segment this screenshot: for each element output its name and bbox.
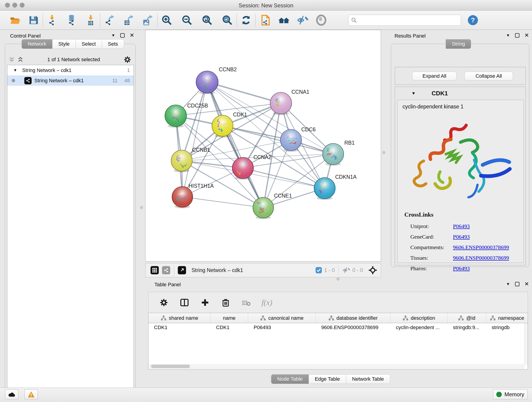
network-name-label: String Network – cdk1 [34, 78, 84, 84]
crosslink-link[interactable]: P06493 [453, 265, 470, 272]
network-collection-row[interactable]: ▼ String Network – cdk1 1 [7, 65, 133, 75]
network-node-cdkn1a[interactable]: CDKN1A [314, 174, 357, 200]
close-panel-icon[interactable]: ✕ [525, 32, 529, 38]
table-cell[interactable]: P06493 [248, 323, 316, 333]
network-canvas[interactable]: CCNB2CCNA1CDC25BCDK1CDC6RB1CCNB1CCNA2CDK… [145, 30, 381, 262]
column-header[interactable]: @id [447, 313, 486, 323]
network-view-icon[interactable] [162, 266, 170, 274]
zoom-fit-icon[interactable] [201, 14, 213, 26]
table-settings-gear-icon[interactable] [158, 297, 169, 308]
crosslink-link[interactable]: 9606.ENSP00000378699 [453, 255, 509, 261]
panel-menu-icon[interactable]: ▼ [111, 33, 115, 37]
crosslink-link[interactable]: P06493 [453, 234, 470, 240]
table-vertical-scrollbar[interactable] [524, 323, 528, 365]
export-table-icon[interactable] [123, 14, 135, 26]
tab-network[interactable]: Network [22, 39, 52, 49]
delete-table-icon[interactable] [241, 297, 252, 308]
help-icon[interactable]: ? [467, 14, 479, 26]
bottom-splitter-handle[interactable] [336, 278, 340, 281]
table-cell[interactable]: stringdb [486, 323, 528, 333]
export-network-icon[interactable] [104, 14, 115, 26]
delete-column-trash-icon[interactable] [220, 297, 231, 308]
export-image-icon[interactable] [142, 14, 154, 26]
close-panel-icon[interactable]: ✕ [130, 32, 134, 38]
column-header[interactable]: namespace [486, 313, 528, 323]
search-input[interactable] [348, 15, 461, 26]
table-cell[interactable]: stringdb:9... [447, 323, 486, 333]
home-icon[interactable] [278, 14, 290, 26]
entry-header[interactable]: ▼ CDK1 [395, 87, 526, 100]
save-session-icon[interactable] [27, 14, 39, 26]
birdseye-crosshair-icon[interactable] [368, 266, 377, 274]
hidden-eye-icon[interactable] [342, 267, 350, 274]
tab-style[interactable]: Style [52, 39, 76, 49]
network-edge[interactable] [207, 82, 263, 208]
node-label: CCNE1 [274, 193, 292, 199]
table-cell[interactable]: cyclin-dependent ... [390, 323, 447, 333]
left-splitter-handle[interactable] [140, 206, 143, 209]
scrollbar-thumb[interactable] [151, 365, 190, 368]
column-header[interactable]: name [210, 313, 248, 323]
share-document-icon[interactable] [259, 14, 271, 26]
float-panel-icon[interactable] [120, 33, 125, 38]
network-graph[interactable]: CCNB2CCNA1CDC25BCDK1CDC6RB1CCNB1CCNA2CDK… [146, 30, 381, 261]
detach-view-icon[interactable] [178, 266, 186, 274]
panel-menu-icon[interactable]: ▼ [506, 33, 510, 37]
crosslink-link[interactable]: 9606.ENSP00000378699 [453, 244, 509, 250]
preview-eye-icon[interactable] [315, 14, 327, 26]
column-header[interactable]: description [390, 313, 447, 323]
float-panel-icon[interactable] [515, 282, 519, 286]
show-columns-icon[interactable] [179, 297, 190, 308]
right-splitter-handle[interactable] [382, 151, 385, 154]
open-session-icon[interactable] [9, 14, 21, 26]
table-cell[interactable]: CDK1 [210, 323, 248, 333]
expand-all-button[interactable]: Expand All [412, 72, 457, 80]
import-network-database-icon[interactable] [65, 14, 77, 26]
float-panel-icon[interactable] [515, 33, 519, 38]
grid-view-icon[interactable] [151, 266, 159, 274]
warnings-button[interactable] [25, 389, 38, 399]
zoom-selected-icon[interactable] [221, 14, 233, 26]
table-cell[interactable]: 9606.ENSP00000378699 [316, 323, 390, 333]
import-network-file-icon[interactable] [46, 14, 58, 26]
expand-all-icon[interactable] [17, 56, 24, 63]
network-edge[interactable] [182, 197, 263, 208]
network-node-hist1h1a[interactable]: HIST1H1A [172, 183, 214, 208]
tab-sets[interactable]: Sets [102, 39, 124, 49]
network-node-cdk1[interactable]: CDK1 [212, 112, 247, 138]
entry-expand-icon[interactable]: ▼ [412, 91, 416, 96]
panel-menu-icon[interactable]: ▼ [506, 282, 510, 286]
zoom-out-icon[interactable] [181, 14, 193, 26]
network-edge[interactable] [207, 82, 281, 103]
network-node-rb1[interactable]: RB1 [323, 140, 355, 166]
tab-select[interactable]: Select [76, 39, 102, 49]
column-header[interactable]: shared name [148, 313, 210, 323]
table-row[interactable]: CDK1CDK1P064939606.ENSP00000378699cyclin… [148, 323, 528, 333]
tab-node-table[interactable]: Node Table [271, 374, 309, 384]
zoom-in-icon[interactable] [161, 14, 173, 26]
table-horizontal-scrollbar[interactable] [149, 364, 525, 369]
crosslink-link[interactable]: P06493 [453, 223, 470, 230]
tab-edge-table[interactable]: Edge Table [309, 374, 346, 384]
collapse-all-icon[interactable] [8, 56, 15, 63]
close-panel-icon[interactable]: ✕ [525, 281, 529, 287]
add-column-icon[interactable] [200, 297, 210, 308]
collapse-all-button[interactable]: Collapse All [464, 72, 513, 80]
network-node-ccnb2[interactable]: CCNB2 [196, 66, 237, 94]
column-header[interactable]: database identifier [316, 313, 390, 323]
gear-icon[interactable] [124, 56, 131, 63]
tab-network-table[interactable]: Network Table [346, 374, 390, 384]
function-builder-icon[interactable]: f(x) [262, 297, 272, 308]
table-cell[interactable]: CDK1 [148, 323, 210, 333]
network-edge[interactable] [182, 82, 207, 197]
refresh-icon[interactable] [240, 14, 252, 26]
selected-checkbox-icon[interactable] [316, 267, 322, 274]
hide-unhide-icon[interactable] [297, 14, 308, 26]
cloud-button[interactable] [5, 389, 18, 399]
tree-expand-icon[interactable]: ▼ [13, 68, 17, 73]
column-header[interactable]: canonical name [248, 313, 316, 323]
tab-string[interactable]: String [446, 39, 471, 49]
memory-button[interactable]: Memory [493, 389, 527, 399]
import-table-file-icon[interactable] [85, 14, 97, 26]
network-row[interactable]: String Network – cdk1 11 48 [7, 75, 133, 86]
